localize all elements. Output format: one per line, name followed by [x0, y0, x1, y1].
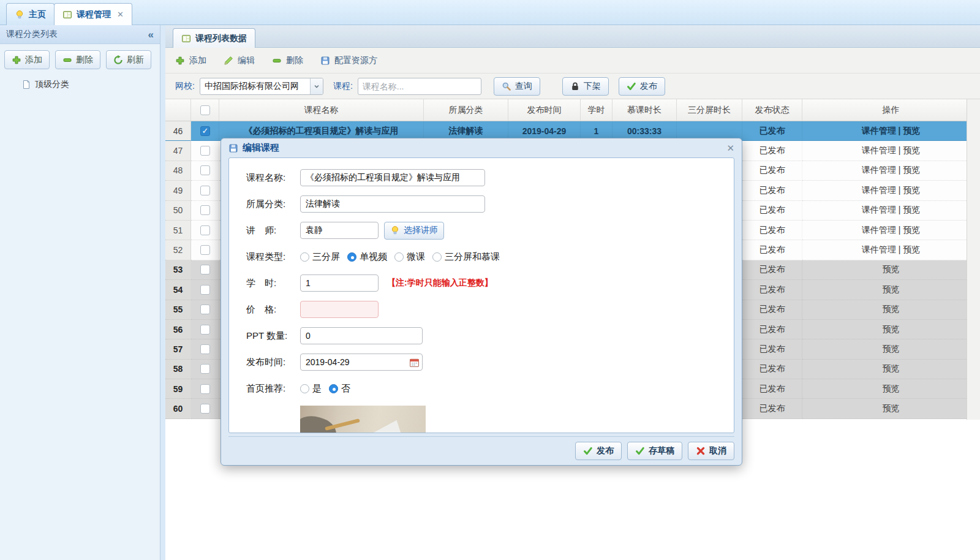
row-checkbox-cell[interactable]: [191, 141, 219, 161]
row-checkbox[interactable]: [200, 205, 210, 215]
row-checkbox[interactable]: [200, 126, 210, 136]
school-select[interactable]: 中招国际招标有限公司网: [200, 78, 323, 95]
row-actions-cell[interactable]: 预览: [802, 300, 980, 320]
add-course-button[interactable]: 添加: [175, 55, 206, 66]
select-all-checkbox[interactable]: [200, 105, 210, 115]
publish-date-input[interactable]: [300, 354, 423, 371]
row-checkbox-cell[interactable]: [191, 181, 219, 200]
chevron-down-icon[interactable]: [310, 78, 323, 94]
header-mooc-duration[interactable]: 慕课时长: [612, 99, 677, 121]
row-checkbox-cell[interactable]: [191, 360, 219, 379]
row-checkbox-cell[interactable]: [191, 339, 219, 359]
dialog-save-draft-button[interactable]: 存草稿: [627, 442, 682, 460]
radio-threescreen[interactable]: [300, 252, 309, 262]
header-category[interactable]: 所属分类: [424, 99, 508, 121]
row-checkbox[interactable]: [200, 404, 210, 414]
refresh-icon: [113, 55, 123, 65]
header-threescreen-duration[interactable]: 三分屏时长: [677, 99, 742, 121]
row-checkbox-cell[interactable]: [191, 161, 219, 181]
category-add-button[interactable]: 添加: [4, 50, 50, 69]
row-checkbox[interactable]: [200, 344, 210, 354]
row-checkbox[interactable]: [200, 165, 210, 175]
radio-threescreen-mooc[interactable]: [432, 252, 442, 262]
row-actions-cell[interactable]: 预览: [802, 260, 980, 280]
radio-single-video[interactable]: [347, 252, 356, 262]
header-publish-date[interactable]: 发布时间: [508, 99, 581, 121]
publish-status-cell: 已发布: [742, 379, 802, 399]
row-checkbox-cell[interactable]: [191, 300, 219, 320]
row-checkbox[interactable]: [200, 325, 210, 335]
row-checkbox-cell[interactable]: [191, 379, 219, 399]
row-actions-cell[interactable]: 课件管理 | 预览: [802, 240, 980, 260]
row-actions-cell[interactable]: 课件管理 | 预览: [802, 201, 980, 221]
search-button[interactable]: 查询: [494, 77, 540, 96]
row-actions-cell[interactable]: 预览: [802, 360, 980, 379]
header-hours[interactable]: 学时: [581, 99, 612, 121]
row-checkbox[interactable]: [200, 305, 210, 314]
row-checkbox-cell[interactable]: [191, 240, 219, 260]
row-checkbox-cell[interactable]: [191, 260, 219, 280]
hours-label: 学 时:: [246, 278, 300, 289]
row-actions-cell[interactable]: 课件管理 | 预览: [802, 221, 980, 240]
category-refresh-button[interactable]: 刷新: [106, 50, 151, 69]
row-checkbox-cell[interactable]: [191, 280, 219, 300]
course-name-input[interactable]: [300, 169, 485, 186]
subtab-label: 课程列表数据: [195, 33, 247, 44]
tab-course-management[interactable]: 课程管理 ✕: [54, 3, 132, 25]
category-input[interactable]: [300, 195, 485, 213]
teacher-input[interactable]: [300, 222, 379, 239]
close-dialog-icon[interactable]: ✕: [726, 143, 734, 154]
row-checkbox[interactable]: [200, 364, 210, 374]
unpublish-button[interactable]: 下架: [562, 77, 609, 96]
row-checkbox-cell[interactable]: [191, 201, 219, 221]
close-tab-icon[interactable]: ✕: [117, 10, 124, 19]
header-publish-status[interactable]: 发布状态: [742, 99, 802, 121]
row-actions-cell[interactable]: 预览: [802, 320, 980, 339]
ppt-count-input[interactable]: [300, 327, 423, 344]
radio-microcourse[interactable]: [394, 252, 404, 262]
dialog-cancel-button[interactable]: 取消: [688, 442, 734, 460]
tab-home[interactable]: 主页: [6, 3, 55, 25]
row-actions-cell[interactable]: 课件管理 | 预览: [802, 121, 980, 141]
row-actions-cell[interactable]: 预览: [802, 280, 980, 300]
row-actions-cell[interactable]: 预览: [802, 379, 980, 399]
radio-recommend-yes[interactable]: [300, 384, 309, 393]
header-operations[interactable]: 操作: [802, 99, 980, 121]
configure-resource-button[interactable]: 配置资源方: [320, 55, 377, 66]
hours-input[interactable]: [300, 274, 379, 292]
price-input[interactable]: [300, 301, 379, 318]
tree-item-top-category[interactable]: 顶级分类: [21, 79, 160, 90]
radio-recommend-no[interactable]: [329, 384, 338, 393]
category-delete-button[interactable]: 删除: [55, 50, 100, 69]
choose-teacher-button[interactable]: 选择讲师: [384, 222, 444, 240]
row-checkbox-cell[interactable]: [191, 221, 219, 240]
tab-course-list-data[interactable]: 课程列表数据: [173, 28, 255, 48]
delete-course-button[interactable]: 删除: [272, 55, 303, 66]
row-actions-cell[interactable]: 课件管理 | 预览: [802, 181, 980, 200]
edit-course-button[interactable]: 编辑: [224, 55, 255, 66]
calendar-icon[interactable]: [409, 357, 420, 368]
row-actions-cell[interactable]: 课件管理 | 预览: [802, 161, 980, 181]
header-course-name[interactable]: 课程名称: [219, 99, 424, 121]
course-search-input[interactable]: [358, 78, 481, 95]
row-checkbox[interactable]: [200, 146, 210, 156]
row-checkbox-cell[interactable]: [191, 121, 219, 141]
row-checkbox-cell[interactable]: [191, 399, 219, 418]
file-icon: [21, 80, 31, 89]
row-checkbox[interactable]: [200, 225, 210, 235]
row-checkbox[interactable]: [200, 186, 210, 195]
row-actions-cell[interactable]: 预览: [802, 339, 980, 359]
row-actions-cell[interactable]: 课件管理 | 预览: [802, 141, 980, 161]
row-checkbox[interactable]: [200, 285, 210, 295]
radio-label: 三分屏: [312, 251, 340, 263]
dialog-publish-button[interactable]: 发布: [575, 442, 622, 460]
row-checkbox[interactable]: [200, 265, 210, 274]
row-checkbox[interactable]: [200, 245, 210, 255]
row-actions-cell[interactable]: 预览: [802, 399, 980, 418]
row-checkbox-cell[interactable]: [191, 320, 219, 339]
header-select-all[interactable]: [191, 99, 219, 121]
collapse-panel-icon[interactable]: «: [148, 29, 154, 40]
row-checkbox[interactable]: [200, 384, 210, 394]
publish-button[interactable]: 发布: [619, 77, 665, 96]
grid-scrollbar[interactable]: [967, 99, 980, 420]
